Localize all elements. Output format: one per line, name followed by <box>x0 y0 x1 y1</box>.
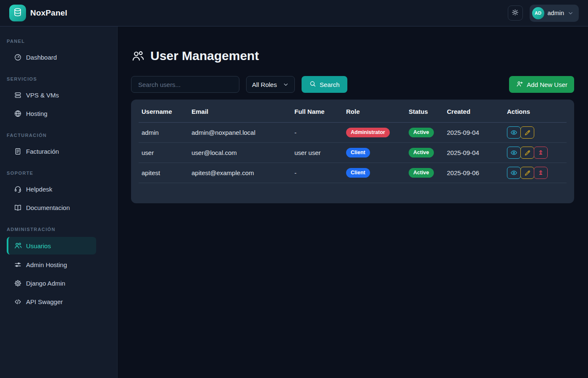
impersonate-user-button[interactable] <box>534 167 548 179</box>
chevron-down-icon <box>283 81 289 88</box>
user-secret-icon <box>538 170 544 176</box>
sidebar-section: SOPORTEHelpdeskDocumentacion <box>0 165 117 217</box>
cell-created: 2025-09-04 <box>447 143 507 163</box>
cell-role: Client <box>346 163 409 183</box>
column-header-email: Email <box>192 100 294 123</box>
sidebar-item-dashboard[interactable]: Dashboard <box>0 48 117 66</box>
sidebar-section-label: SOPORTE <box>0 165 117 180</box>
search-button-label: Search <box>320 81 340 88</box>
column-header-full-name: Full Name <box>294 100 346 123</box>
column-header-role: Role <box>346 100 409 123</box>
add-new-user-button[interactable]: Add New User <box>509 76 574 93</box>
users-table: UsernameEmailFull NameRoleStatusCreatedA… <box>139 100 567 183</box>
column-header-status: Status <box>409 100 447 123</box>
chevron-down-icon <box>567 10 574 16</box>
sidebar-section: FACTURACIÓNFacturación <box>0 127 117 160</box>
edit-user-button[interactable] <box>520 167 534 179</box>
column-header-actions: Actions <box>507 100 567 123</box>
status-badge: Active <box>409 148 434 158</box>
cell-full-name: - <box>294 123 346 143</box>
sidebar-item-label: Facturación <box>26 148 59 155</box>
role-filter-value: All Roles <box>252 81 277 88</box>
cell-full-name: - <box>294 163 346 183</box>
edit-user-button[interactable] <box>520 147 534 159</box>
role-filter-select[interactable]: All Roles <box>246 76 295 93</box>
brand: NoxPanel <box>9 5 67 21</box>
table-row: adminadmin@noxpanel.local-AdministratorA… <box>139 123 567 143</box>
user-secret-icon <box>538 150 544 156</box>
view-user-button[interactable] <box>507 126 521 139</box>
table-row: apitestapitest@example.com-ClientActive2… <box>139 163 567 183</box>
invoice-icon <box>14 147 22 155</box>
cell-actions <box>507 163 567 183</box>
role-badge: Client <box>346 168 370 178</box>
users-icon <box>14 242 22 250</box>
status-badge: Active <box>409 128 434 137</box>
edit-user-button[interactable] <box>520 126 534 139</box>
cell-email: user@local.com <box>192 143 294 163</box>
headset-icon <box>14 185 22 193</box>
cell-username: apitest <box>139 163 192 183</box>
users-table-card: UsernameEmailFull NameRoleStatusCreatedA… <box>131 100 574 203</box>
book-icon <box>14 203 22 212</box>
sidebar-item-api-swagger[interactable]: API Swagger <box>0 292 117 311</box>
dashboard-icon <box>14 53 22 61</box>
person-plus-icon <box>516 80 523 89</box>
theme-toggle-button[interactable] <box>508 5 523 21</box>
cell-email: apitest@example.com <box>192 163 294 183</box>
sidebar-item-facturaci-n[interactable]: Facturación <box>0 142 117 160</box>
cell-role: Client <box>346 143 409 163</box>
app-logo <box>9 5 26 21</box>
server-icon <box>14 91 22 99</box>
row-actions <box>507 167 567 179</box>
sidebar-item-helpdesk[interactable]: Helpdesk <box>0 180 117 198</box>
sidebar-item-label: Documentacion <box>26 204 70 211</box>
topbar: NoxPanel AD admin <box>0 0 588 26</box>
sidebar-item-admin-hosting[interactable]: Admin Hosting <box>0 255 117 274</box>
row-actions <box>507 126 567 139</box>
sidebar-item-hosting[interactable]: Hosting <box>0 104 117 123</box>
sidebar-section-label: ADMINISTRACIÓN <box>0 221 117 236</box>
user-menu-button[interactable]: AD admin <box>530 5 579 22</box>
column-header-created: Created <box>447 100 507 123</box>
search-icon <box>309 80 316 89</box>
sidebar-section-label: FACTURACIÓN <box>0 127 117 142</box>
sidebar-item-django-admin[interactable]: Django Admin <box>0 274 117 292</box>
eye-icon <box>510 149 517 156</box>
sidebar: PANELDashboardSERVICIOSVPS & VMsHostingF… <box>0 26 118 378</box>
avatar: AD <box>532 7 544 19</box>
cell-full-name: user user <box>294 143 346 163</box>
cell-actions <box>507 143 567 163</box>
brand-name: NoxPanel <box>30 8 67 18</box>
cell-username: admin <box>139 123 192 143</box>
role-badge: Client <box>346 148 370 158</box>
view-user-button[interactable] <box>507 167 521 179</box>
sidebar-item-label: VPS & VMs <box>26 92 59 99</box>
impersonate-user-button[interactable] <box>534 147 548 159</box>
gear-icon <box>14 279 22 287</box>
search-button[interactable]: Search <box>302 76 347 93</box>
globe-icon <box>14 109 22 118</box>
view-user-button[interactable] <box>507 147 521 159</box>
table-row: useruser@local.comuser userClientActive2… <box>139 143 567 163</box>
search-input[interactable] <box>131 76 239 93</box>
cell-created: 2025-09-04 <box>447 123 507 143</box>
cell-username: user <box>139 143 192 163</box>
page-title: User Management <box>131 49 574 63</box>
sidebar-section-label: PANEL <box>0 33 117 48</box>
toolbar: All Roles Search Add New User <box>131 76 574 93</box>
sidebar-item-documentacion[interactable]: Documentacion <box>0 198 117 217</box>
sidebar-item-label: Django Admin <box>26 280 65 287</box>
pencil-icon <box>524 150 531 156</box>
code-icon <box>14 297 22 306</box>
sidebar-item-label: Usuarios <box>26 242 51 249</box>
sidebar-item-vps-vms[interactable]: VPS & VMs <box>0 86 117 104</box>
sidebar-item-label: Admin Hosting <box>26 261 67 268</box>
add-user-button-label: Add New User <box>527 81 567 88</box>
sidebar-item-label: Hosting <box>26 110 47 117</box>
eye-icon <box>510 129 517 136</box>
cell-created: 2025-09-06 <box>447 163 507 183</box>
sidebar-item-usuarios[interactable]: Usuarios <box>7 237 96 255</box>
pencil-icon <box>524 129 531 136</box>
eye-icon <box>510 169 517 176</box>
